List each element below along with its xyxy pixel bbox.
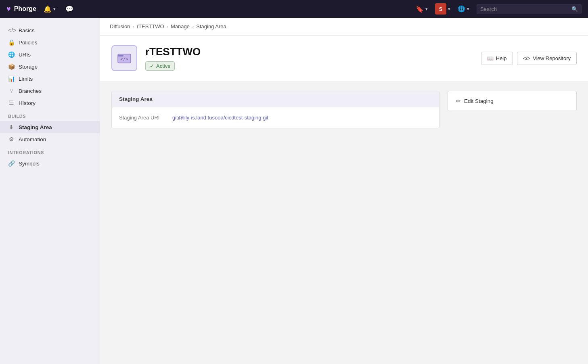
integrations-section-label: INTEGRATIONS bbox=[0, 145, 100, 157]
list-icon: ☰ bbox=[8, 100, 15, 106]
sidebar-item-label: Symbols bbox=[19, 161, 40, 167]
globe-icon: 🌐 bbox=[8, 51, 15, 58]
edit-staging-card[interactable]: ✏ Edit Staging bbox=[448, 91, 577, 111]
sidebar-item-storage[interactable]: 📦 Storage bbox=[0, 61, 100, 73]
content-area: Staging Area Staging Area URI git@lily-i… bbox=[100, 81, 588, 138]
sidebar-item-label: URIs bbox=[19, 52, 31, 58]
staging-uri-label: Staging Area URI bbox=[119, 115, 167, 121]
staging-card-body: Staging Area URI git@lily-is.land:tusooa… bbox=[112, 107, 439, 128]
repo-icon: </> bbox=[111, 45, 137, 71]
checkmark-icon: ✓ bbox=[150, 63, 154, 69]
sidebar-item-policies[interactable]: 🔒 Policies bbox=[0, 36, 100, 48]
globe-icon: 🌐 bbox=[458, 5, 465, 13]
staging-card-header: Staging Area bbox=[112, 91, 439, 107]
sidebar-item-history[interactable]: ☰ History bbox=[0, 97, 100, 109]
breadcrumb-current: Staging Area bbox=[196, 23, 226, 29]
bar-chart-icon: 📊 bbox=[8, 75, 15, 82]
code-icon: </> bbox=[523, 55, 531, 61]
status-badge: ✓ Active bbox=[145, 61, 175, 71]
heart-icon: ♥ bbox=[6, 5, 11, 13]
notifications-chevron-icon: ▾ bbox=[53, 6, 56, 12]
breadcrumb-sep-3: › bbox=[192, 23, 194, 29]
sidebar-item-label: Policies bbox=[19, 40, 38, 46]
lock-icon: 🔒 bbox=[8, 39, 15, 46]
view-repository-button[interactable]: </> View Repository bbox=[517, 52, 577, 65]
notifications-button[interactable]: 🔔 ▾ bbox=[41, 4, 58, 15]
pencil-icon: ✏ bbox=[456, 98, 461, 104]
sidebar: </> Basics 🔒 Policies 🌐 URIs 📦 Storage 📊… bbox=[0, 18, 100, 364]
breadcrumb-sep-1: › bbox=[132, 23, 134, 29]
bookmarks-chevron-icon: ▾ bbox=[425, 6, 428, 12]
repo-info: rTESTTWO ✓ Active bbox=[145, 46, 473, 71]
sidebar-item-basics[interactable]: </> Basics bbox=[0, 24, 100, 36]
user-menu-chevron-icon: ▾ bbox=[448, 6, 450, 12]
main-content: Diffusion › rTESTTWO › Manage › Staging … bbox=[100, 18, 588, 364]
download-icon: ⬇ bbox=[8, 124, 15, 130]
sidebar-item-label: Automation bbox=[19, 136, 46, 142]
breadcrumb-sep-2: › bbox=[167, 23, 168, 29]
sidebar-item-label: Basics bbox=[19, 27, 35, 33]
search-container: 🔍 bbox=[477, 4, 582, 14]
search-input[interactable] bbox=[480, 6, 569, 12]
automation-icon: ⚙ bbox=[8, 136, 15, 142]
app-name: Phorge bbox=[14, 5, 36, 13]
sidebar-item-label: Branches bbox=[19, 88, 42, 94]
book-icon: 📖 bbox=[487, 55, 494, 61]
repo-header: </> rTESTTWO ✓ Active 📖 Help </> View Re… bbox=[100, 36, 588, 81]
branch-icon: ⑂ bbox=[8, 88, 15, 94]
sidebar-item-branches[interactable]: ⑂ Branches bbox=[0, 85, 100, 97]
sidebar-item-label: Storage bbox=[19, 64, 38, 70]
main-layout: </> Basics 🔒 Policies 🌐 URIs 📦 Storage 📊… bbox=[0, 18, 588, 364]
breadcrumb: Diffusion › rTESTTWO › Manage › Staging … bbox=[100, 18, 588, 36]
repo-folder-svg: </> bbox=[117, 51, 132, 65]
globe-button[interactable]: 🌐 ▾ bbox=[455, 4, 472, 14]
storage-icon: 📦 bbox=[8, 63, 15, 70]
breadcrumb-repo[interactable]: rTESTTWO bbox=[137, 23, 164, 29]
staging-uri-value: git@lily-is.land:tusooa/cicdtest-staging… bbox=[172, 115, 268, 121]
breadcrumb-manage[interactable]: Manage bbox=[171, 23, 190, 29]
messages-button[interactable]: 💬 bbox=[63, 4, 76, 15]
view-repo-label: View Repository bbox=[533, 55, 571, 61]
help-label: Help bbox=[496, 55, 507, 61]
sidebar-item-uris[interactable]: 🌐 URIs bbox=[0, 48, 100, 61]
bookmarks-button[interactable]: 🔖 ▾ bbox=[413, 4, 430, 15]
sidebar-item-label: History bbox=[19, 100, 36, 106]
staging-area-card: Staging Area Staging Area URI git@lily-i… bbox=[111, 91, 439, 128]
sidebar-item-limits[interactable]: 📊 Limits bbox=[0, 73, 100, 85]
status-label: Active bbox=[156, 63, 170, 69]
sidebar-item-automation[interactable]: ⚙ Automation bbox=[0, 133, 100, 145]
edit-staging-label: Edit Staging bbox=[464, 98, 494, 104]
globe-chevron-icon: ▾ bbox=[467, 6, 469, 12]
breadcrumb-diffusion[interactable]: Diffusion bbox=[110, 23, 130, 29]
help-button[interactable]: 📖 Help bbox=[481, 52, 513, 65]
svg-text:</>: </> bbox=[120, 56, 128, 62]
link-icon: 🔗 bbox=[8, 160, 15, 167]
sidebar-item-staging-area[interactable]: ⬇ Staging Area bbox=[0, 121, 100, 133]
sidebar-item-label: Limits bbox=[19, 76, 33, 82]
sidebar-item-label: Staging Area bbox=[19, 124, 52, 130]
repo-header-actions: 📖 Help </> View Repository bbox=[481, 52, 577, 65]
app-logo[interactable]: ♥ Phorge bbox=[6, 5, 36, 13]
code-icon: </> bbox=[8, 27, 15, 33]
top-navigation: ♥ Phorge 🔔 ▾ 💬 🔖 ▾ S ▾ 🌐 ▾ 🔍 bbox=[0, 0, 588, 18]
search-icon: 🔍 bbox=[571, 6, 578, 12]
repo-name: rTESTTWO bbox=[145, 46, 473, 58]
builds-section-label: BUILDS bbox=[0, 109, 100, 121]
user-avatar[interactable]: S bbox=[435, 3, 446, 15]
sidebar-item-symbols[interactable]: 🔗 Symbols bbox=[0, 157, 100, 169]
